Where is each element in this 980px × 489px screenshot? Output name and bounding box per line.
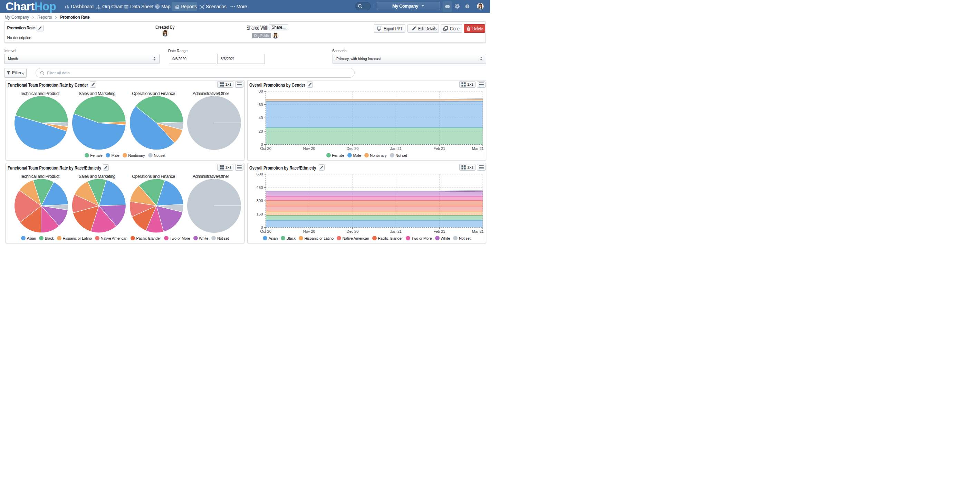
svg-text:60: 60: [259, 103, 263, 107]
svg-text:Dec 20: Dec 20: [347, 147, 359, 151]
svg-text:Jan 21: Jan 21: [390, 147, 402, 151]
svg-text:Administrative/Other: Administrative/Other: [192, 91, 229, 96]
svg-text:Administrative/Other: Administrative/Other: [192, 174, 229, 179]
svg-text:Jan 21: Jan 21: [390, 229, 402, 233]
svg-text:Technical and Product: Technical and Product: [20, 91, 60, 96]
svg-text:Operations and Finance: Operations and Finance: [132, 91, 175, 96]
svg-text:Nov 20: Nov 20: [303, 147, 315, 151]
svg-text:20: 20: [259, 129, 263, 133]
svg-text:Oct 20: Oct 20: [260, 147, 271, 151]
svg-text:Feb 21: Feb 21: [433, 147, 445, 151]
svg-text:80: 80: [259, 89, 263, 93]
svg-text:Mar 21: Mar 21: [472, 147, 484, 151]
svg-text:40: 40: [259, 116, 263, 120]
svg-text:Technical and Product: Technical and Product: [20, 174, 60, 179]
svg-text:Feb 21: Feb 21: [433, 229, 445, 233]
svg-text:0: 0: [261, 142, 263, 147]
svg-text:450: 450: [256, 185, 263, 190]
svg-text:Mar 21: Mar 21: [472, 229, 484, 233]
svg-text:Oct 20: Oct 20: [260, 229, 271, 233]
svg-text:0: 0: [261, 225, 263, 229]
svg-text:300: 300: [256, 199, 263, 203]
svg-text:Operations and Finance: Operations and Finance: [132, 174, 175, 179]
svg-text:Dec 20: Dec 20: [347, 229, 359, 233]
svg-text:Sales and Marketing: Sales and Marketing: [79, 91, 116, 96]
svg-text:Nov 20: Nov 20: [303, 229, 315, 233]
svg-text:600: 600: [256, 172, 263, 176]
svg-text:150: 150: [256, 212, 263, 216]
svg-text:Sales and Marketing: Sales and Marketing: [79, 174, 116, 179]
